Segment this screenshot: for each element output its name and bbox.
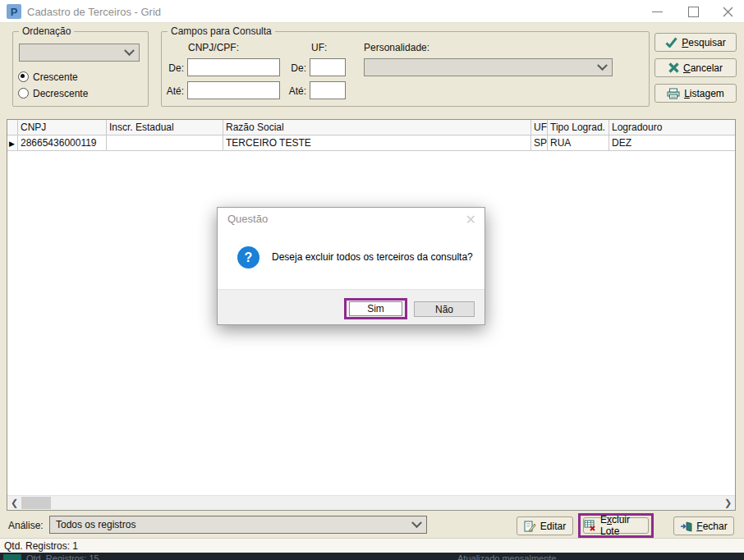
campos-group-label: Campos para Consulta <box>168 25 275 37</box>
scroll-left-icon[interactable]: ❮ <box>8 497 21 509</box>
window-title: Cadastro de Terceiros - Grid <box>27 6 161 18</box>
cnpj-cpf-label: CNPJ/CPF: <box>188 42 239 53</box>
fechar-button[interactable]: Fechar <box>673 516 734 535</box>
scrollbar-thumb[interactable] <box>21 497 51 509</box>
maximize-button[interactable] <box>679 0 707 23</box>
column-header-tipo-lograd: Tipo Lograd. <box>548 120 609 135</box>
delete-grid-icon <box>584 520 596 531</box>
ordenacao-group-label: Ordenação <box>19 25 74 37</box>
table-row[interactable]: ▶ 28665436000119 TERCEIRO TESTE SP RUA D… <box>7 135 735 151</box>
cnpj-ate-input[interactable] <box>187 81 280 99</box>
analise-combo-value: Todos os registros <box>56 519 135 530</box>
cell-logradouro: DEZ <box>609 135 735 151</box>
occluded-window-strip: Qtd. Registros: 15 Atualizado mensalment… <box>0 553 744 560</box>
nao-button[interactable]: Não <box>414 301 475 317</box>
cell-tipo-lograd: RUA <box>548 135 609 151</box>
exit-door-icon <box>680 521 692 532</box>
listagem-label: Listagem <box>684 88 724 99</box>
column-header-cnpj: CNPJ <box>18 120 107 135</box>
editar-button[interactable]: Editar <box>517 516 573 535</box>
cnpj-ate-label: Até: <box>163 85 184 97</box>
uf-ate-input[interactable] <box>310 81 346 99</box>
sim-label: Sim <box>367 303 384 314</box>
listagem-button[interactable]: Listagem <box>654 84 737 103</box>
radio-decrescente-label[interactable]: Decrescente <box>33 88 88 99</box>
cell-uf: SP <box>531 135 548 151</box>
analise-label: Análise: <box>8 520 44 531</box>
radio-crescente[interactable] <box>18 71 29 82</box>
pesquisar-label: Pesquisar <box>682 37 725 48</box>
check-icon <box>665 37 677 48</box>
scroll-right-icon[interactable]: ❯ <box>722 497 734 509</box>
editar-label: Editar <box>540 521 566 532</box>
excluir-lote-label: Excluir Lote <box>600 514 648 537</box>
uf-de-label: De: <box>288 62 306 74</box>
column-header-uf: UF <box>531 120 548 135</box>
question-icon: ? <box>237 246 259 269</box>
cancelar-label: Cancelar <box>683 62 723 74</box>
radio-crescente-label[interactable]: Crescente <box>33 71 78 83</box>
chevron-down-icon <box>411 517 422 528</box>
cnpj-de-input[interactable] <box>187 58 280 76</box>
dialog-close-icon[interactable]: ✕ <box>466 212 476 227</box>
column-header-inscr-estadual: Inscr. Estadual <box>107 120 223 135</box>
record-count: Qtd. Registros: 1 <box>4 540 78 552</box>
app-icon-letter: P <box>11 6 18 18</box>
window-cadastro-terceiros: P Cadastro de Terceiros - Grid Ordenação… <box>0 0 744 560</box>
excluir-lote-annotation: Excluir Lote <box>578 513 654 538</box>
maximize-icon <box>688 7 699 17</box>
occluded-left-text: Qtd. Registros: 15 <box>26 553 99 560</box>
excluir-lote-button[interactable]: Excluir Lote <box>583 517 649 534</box>
horizontal-scrollbar[interactable]: ❮ ❯ <box>7 495 735 510</box>
close-icon <box>723 7 733 17</box>
uf-de-input[interactable] <box>310 58 346 76</box>
cell-inscr-estadual <box>107 135 223 151</box>
cancelar-button[interactable]: Cancelar <box>654 58 737 77</box>
cell-cnpj: 28665436000119 <box>18 135 107 151</box>
app-icon: P <box>7 4 21 19</box>
question-dialog: Questão ✕ ? Deseja excluir todos os terc… <box>217 207 485 325</box>
nao-label: Não <box>435 304 453 315</box>
occluded-center-text: Atualizado mensalmente <box>457 553 556 560</box>
chevron-down-icon <box>597 60 608 71</box>
uf-label: UF: <box>311 42 327 53</box>
ordenacao-combo[interactable] <box>19 44 140 62</box>
row-selector-cell: ▶ <box>7 135 18 151</box>
pesquisar-button[interactable]: Pesquisar <box>654 33 737 52</box>
fechar-label: Fechar <box>696 521 727 532</box>
close-button[interactable] <box>714 0 742 23</box>
printer-icon <box>667 88 680 99</box>
dialog-title: Questão <box>227 213 268 225</box>
cell-razao-social: TERCEIRO TESTE <box>223 135 531 151</box>
chevron-down-icon <box>124 45 135 56</box>
sim-button[interactable]: Sim <box>349 301 402 316</box>
sim-annotation: Sim <box>344 298 407 319</box>
analise-combo[interactable]: Todos os registros <box>49 516 427 534</box>
titlebar: P Cadastro de Terceiros - Grid <box>0 0 744 23</box>
occluded-icon <box>3 554 21 560</box>
grid-indicator-header <box>7 120 18 135</box>
uf-ate-label: Até: <box>285 85 306 97</box>
minimize-icon <box>652 11 663 12</box>
dialog-footer: Sim Não <box>218 289 485 324</box>
edit-icon <box>524 521 536 532</box>
radio-decrescente[interactable] <box>18 88 29 99</box>
personalidade-label: Personalidade: <box>364 42 429 53</box>
grid-header: CNPJ Inscr. Estadual Razão Social UF Tip… <box>7 120 735 135</box>
minimize-button[interactable] <box>643 0 671 23</box>
column-header-razao-social: Razão Social <box>223 120 531 135</box>
x-icon <box>668 62 679 73</box>
column-header-logradouro: Logradouro <box>609 120 735 135</box>
personalidade-combo[interactable] <box>364 58 613 76</box>
row-selector-icon: ▶ <box>9 140 15 148</box>
status-bar: Qtd. Registros: 1 <box>0 538 744 553</box>
cnpj-de-label: De: <box>166 62 184 74</box>
dialog-message: Deseja excluir todos os terceiros da con… <box>272 251 473 263</box>
